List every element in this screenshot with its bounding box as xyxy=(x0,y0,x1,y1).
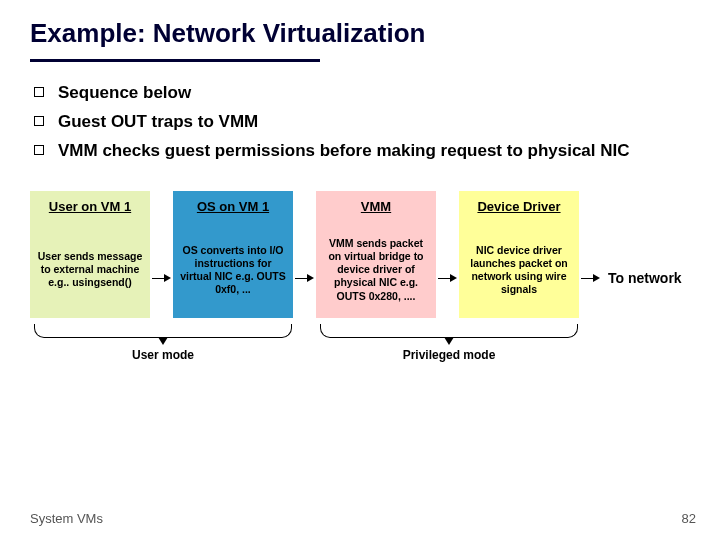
col-body: NIC device driver launches packet on net… xyxy=(459,222,579,318)
bullet-icon xyxy=(34,87,44,97)
arrow-icon xyxy=(295,274,314,282)
brace-priv-mode xyxy=(320,324,578,338)
col-body: User sends message to external machine e… xyxy=(30,222,150,318)
flow-col-driver: Device Driver NIC device driver launches… xyxy=(459,191,579,318)
footer-text: System VMs xyxy=(30,511,103,526)
page-number: 82 xyxy=(682,511,696,526)
col-header: Device Driver xyxy=(459,191,579,222)
arrow-icon xyxy=(152,274,171,282)
bullet-item: Guest OUT traps to VMM xyxy=(34,111,680,134)
flow-col-os: OS on VM 1 OS converts into I/O instruct… xyxy=(173,191,293,318)
to-network-label: To network xyxy=(608,270,682,286)
flow-col-vmm: VMM VMM sends packet on virtual bridge t… xyxy=(316,191,436,318)
col-header: VMM xyxy=(316,191,436,222)
bullet-item: Sequence below xyxy=(34,82,680,105)
brace-user-mode xyxy=(34,324,292,338)
user-mode-label: User mode xyxy=(132,348,194,362)
arrow-icon xyxy=(581,274,600,282)
bullet-item: VMM checks guest permissions before maki… xyxy=(34,140,680,163)
bullet-icon xyxy=(34,145,44,155)
mode-braces: User mode Privileged mode xyxy=(30,324,720,368)
flow-diagram: User on VM 1 User sends message to exter… xyxy=(0,169,720,318)
bullet-text: Sequence below xyxy=(58,82,191,105)
bullet-list: Sequence below Guest OUT traps to VMM VM… xyxy=(0,62,720,163)
page-title: Example: Network Virtualization xyxy=(0,0,720,53)
bullet-text: Guest OUT traps to VMM xyxy=(58,111,258,134)
col-header: OS on VM 1 xyxy=(173,191,293,222)
col-body: OS converts into I/O instructions for vi… xyxy=(173,222,293,318)
bullet-text: VMM checks guest permissions before maki… xyxy=(58,140,630,163)
bullet-icon xyxy=(34,116,44,126)
priv-mode-label: Privileged mode xyxy=(403,348,496,362)
col-header: User on VM 1 xyxy=(30,191,150,222)
col-body: VMM sends packet on virtual bridge to de… xyxy=(316,222,436,318)
arrow-icon xyxy=(438,274,457,282)
flow-col-user: User on VM 1 User sends message to exter… xyxy=(30,191,150,318)
